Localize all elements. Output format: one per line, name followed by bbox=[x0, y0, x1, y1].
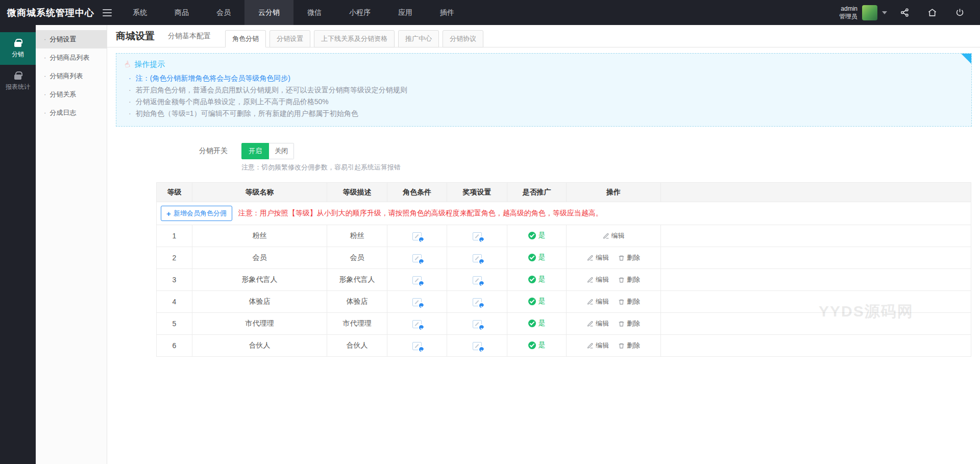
reward-setting-checkbox-icon[interactable] bbox=[473, 298, 482, 306]
tab-bar: 角色分销 分销设置 上下线关系及分销资格 推广中心 分销协议 bbox=[225, 30, 483, 47]
chevron-down-icon bbox=[882, 11, 887, 14]
power-icon[interactable] bbox=[949, 0, 970, 25]
role-condition-checkbox-icon[interactable] bbox=[412, 342, 422, 350]
tab-promotion-center[interactable]: 推广中心 bbox=[398, 30, 439, 47]
table-row: 6 合伙人 合伙人 是 编辑 bbox=[157, 335, 971, 357]
rail-item-label: 报表统计 bbox=[6, 83, 30, 91]
col-level-desc: 等级描述 bbox=[327, 183, 387, 202]
top-menu-wechat[interactable]: 微信 bbox=[293, 0, 335, 25]
top-menu-apps[interactable]: 应用 bbox=[384, 0, 426, 25]
cell-desc: 体验店 bbox=[327, 291, 387, 313]
sidebar-item-distribution-relations[interactable]: 分销关系 bbox=[36, 85, 107, 104]
reward-setting-checkbox-icon[interactable] bbox=[473, 276, 482, 284]
col-level: 等级 bbox=[157, 183, 192, 202]
avatar bbox=[862, 5, 877, 20]
cell-desc: 形象代言人 bbox=[327, 269, 387, 291]
tip-line: 注：(角色分销新增角色将会与会员等级角色同步) bbox=[125, 72, 963, 84]
lock-icon bbox=[14, 42, 21, 47]
cell-level: 2 bbox=[157, 247, 192, 269]
tab-updown-relations[interactable]: 上下线关系及分销资格 bbox=[314, 30, 395, 47]
table-row: 1 粉丝 粉丝 是 编辑 bbox=[157, 225, 971, 247]
role-condition-checkbox-icon[interactable] bbox=[412, 298, 422, 306]
cell-level: 5 bbox=[157, 313, 192, 335]
top-menu-plugins[interactable]: 插件 bbox=[426, 0, 468, 25]
cell-desc: 粉丝 bbox=[327, 225, 387, 247]
edit-button[interactable]: 编辑 bbox=[587, 341, 609, 350]
top-menu-system[interactable]: 系统 bbox=[119, 0, 161, 25]
user-role: 管理员 bbox=[839, 13, 857, 20]
edit-button[interactable]: 编辑 bbox=[587, 297, 609, 306]
switch-label: 分销开关 bbox=[116, 146, 228, 156]
hand-pointer-icon: ☝ bbox=[123, 59, 131, 70]
delete-button[interactable]: 删除 bbox=[618, 253, 640, 262]
table-header-row: 等级 等级名称 等级描述 角色条件 奖项设置 是否推广 操作 bbox=[157, 183, 971, 202]
top-menu-distribution[interactable]: 云分销 bbox=[244, 0, 293, 25]
cell-name: 体验店 bbox=[192, 291, 327, 313]
role-condition-checkbox-icon[interactable] bbox=[412, 232, 422, 240]
tab-role-distribution[interactable]: 角色分销 bbox=[225, 30, 266, 47]
top-menu-goods[interactable]: 商品 bbox=[161, 0, 203, 25]
sidebar-item-distribution-goods[interactable]: 分销商品列表 bbox=[36, 48, 107, 67]
check-circle-icon bbox=[528, 341, 536, 349]
rail-item-distribution[interactable]: 分销 bbox=[0, 32, 36, 65]
delete-button[interactable]: 删除 bbox=[618, 297, 640, 306]
reward-setting-checkbox-icon[interactable] bbox=[473, 254, 482, 262]
top-menu-miniprogram[interactable]: 小程序 bbox=[335, 0, 384, 25]
user-menu[interactable]: admin 管理员 bbox=[839, 5, 887, 20]
share-network-icon[interactable] bbox=[894, 0, 915, 25]
table-row: 3 形象代言人 形象代言人 是 编辑 bbox=[157, 269, 971, 291]
home-icon[interactable] bbox=[922, 0, 942, 25]
switch-off-button[interactable]: 关闭 bbox=[269, 143, 294, 159]
col-role-condition: 角色条件 bbox=[387, 183, 447, 202]
top-menu-member[interactable]: 会员 bbox=[203, 0, 244, 25]
delete-button[interactable]: 删除 bbox=[618, 275, 640, 284]
sidebar-item-distributor-list[interactable]: 分销商列表 bbox=[36, 67, 107, 85]
module-rail: 分销 报表统计 bbox=[0, 25, 36, 464]
col-level-name: 等级名称 bbox=[192, 183, 327, 202]
check-circle-icon bbox=[528, 254, 536, 261]
switch-on-button[interactable]: 开启 bbox=[241, 143, 269, 159]
tab-distribution-settings[interactable]: 分销设置 bbox=[270, 30, 310, 47]
main-area: 商城设置 分销基本配置 角色分销 分销设置 上下线关系及分销资格 推广中心 分销… bbox=[107, 25, 980, 464]
pencil-icon bbox=[603, 233, 609, 239]
level-order-warning: 注意：用户按照【等级】从小到大的顺序升级，请按照角色的高级程度来配置角色，越高级… bbox=[238, 209, 603, 218]
sidebar-item-distribution-settings[interactable]: 分销设置 bbox=[36, 30, 107, 48]
col-actions: 操作 bbox=[567, 183, 661, 202]
tip-line: 初始角色（等级=1）可编辑不可删除，所有新建的用户都属于初始角色 bbox=[125, 108, 963, 119]
reward-setting-checkbox-icon[interactable] bbox=[473, 320, 482, 328]
add-member-role-button[interactable]: + 新增会员角色分佣 bbox=[161, 206, 232, 221]
cell-desc: 会员 bbox=[327, 247, 387, 269]
delete-button[interactable]: 删除 bbox=[618, 341, 640, 350]
cell-name: 形象代言人 bbox=[192, 269, 327, 291]
pencil-icon bbox=[587, 255, 594, 261]
menu-toggle-icon[interactable] bbox=[103, 9, 112, 16]
cell-level: 1 bbox=[157, 225, 192, 247]
tab-basic-config[interactable]: 分销基本配置 bbox=[168, 32, 211, 41]
edit-button[interactable]: 编辑 bbox=[603, 231, 625, 240]
reward-setting-checkbox-icon[interactable] bbox=[473, 232, 482, 240]
tab-distribution-agreement[interactable]: 分销协议 bbox=[443, 30, 483, 47]
edit-button[interactable]: 编辑 bbox=[587, 319, 609, 328]
page-title: 商城设置 bbox=[116, 30, 155, 43]
promote-yes-badge: 是 bbox=[528, 319, 546, 328]
trash-icon bbox=[618, 321, 625, 327]
rail-item-reports[interactable]: 报表统计 bbox=[0, 65, 36, 97]
col-empty bbox=[661, 183, 971, 202]
delete-button[interactable]: 删除 bbox=[618, 319, 640, 328]
sidebar-item-commission-log[interactable]: 分成日志 bbox=[36, 104, 107, 122]
reward-setting-checkbox-icon[interactable] bbox=[473, 342, 482, 350]
edit-button[interactable]: 编辑 bbox=[587, 275, 609, 284]
role-condition-checkbox-icon[interactable] bbox=[412, 276, 422, 284]
cell-name: 会员 bbox=[192, 247, 327, 269]
edit-button[interactable]: 编辑 bbox=[587, 253, 609, 262]
roles-table: 等级 等级名称 等级描述 角色条件 奖项设置 是否推广 操作 bbox=[156, 182, 972, 357]
plus-icon: + bbox=[166, 210, 171, 217]
role-condition-checkbox-icon[interactable] bbox=[412, 320, 422, 328]
trash-icon bbox=[618, 343, 625, 349]
role-condition-checkbox-icon[interactable] bbox=[412, 254, 422, 262]
switch-segment: 开启 关闭 bbox=[241, 143, 294, 159]
cell-level: 3 bbox=[157, 269, 192, 291]
cell-name: 粉丝 bbox=[192, 225, 327, 247]
corner-fold-icon bbox=[961, 54, 971, 64]
tip-line: 分销返佣金额每个商品单独设定，原则上不高于商品价格50% bbox=[125, 96, 963, 108]
